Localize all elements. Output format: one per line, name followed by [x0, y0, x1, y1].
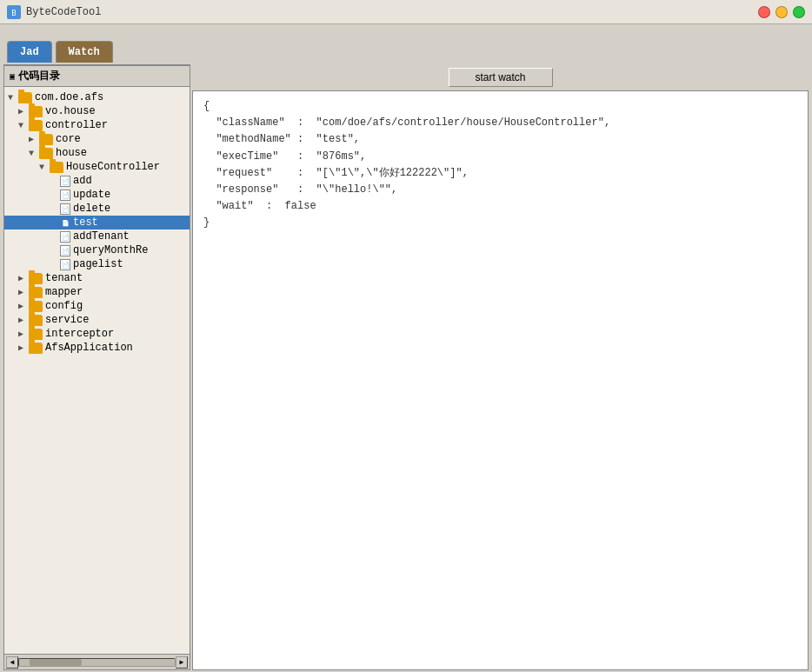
tab-jad[interactable]: Jad — [7, 41, 52, 63]
folder-icon-housecontroller — [50, 162, 63, 173]
panel-header-title: 代码目录 — [18, 69, 60, 83]
label-add: add — [73, 175, 92, 187]
arrow-config: ▶ — [18, 301, 29, 311]
arrow-afsapplication: ▶ — [18, 343, 29, 353]
file-icon-add: 📄 — [60, 176, 70, 187]
tree-node-querymonthre[interactable]: 📄 queryMonthRe — [4, 243, 190, 257]
title-text: ByteCodeTool — [26, 6, 101, 18]
tree-node-vo-house[interactable]: ▶ vo.house — [4, 104, 190, 118]
arrow-vo-house: ▶ — [18, 106, 29, 116]
label-mapper: mapper — [45, 286, 83, 298]
arrow-interceptor: ▶ — [18, 329, 29, 339]
label-controller: controller — [45, 119, 108, 131]
tree-node-com-doe-afs[interactable]: ▼ com.doe.afs — [4, 90, 190, 104]
label-service: service — [45, 314, 89, 326]
file-icon-pagelist: 📄 — [60, 259, 70, 270]
arrow-mapper: ▶ — [18, 287, 29, 297]
folder-icon-mapper — [29, 287, 43, 298]
app-icon: B — [7, 5, 21, 19]
label-tenant: tenant — [45, 272, 83, 284]
right-panel: start watch { "className" : "com/doe/afs… — [192, 64, 809, 670]
label-test: test — [73, 216, 98, 229]
main-content: ▣ 代码目录 ▼ com.doe.afs ▶ vo.house ▼ — [0, 63, 812, 672]
tab-bar: Jad Watch — [0, 24, 812, 63]
label-querymonthre: queryMonthRe — [73, 244, 148, 256]
arrow-service: ▶ — [18, 315, 29, 325]
tree-node-add[interactable]: 📄 add — [4, 174, 190, 188]
start-watch-button[interactable]: start watch — [449, 68, 553, 87]
arrow-com-doe-afs: ▼ — [8, 93, 18, 103]
minimize-button[interactable] — [775, 6, 788, 18]
panel-header-icon: ▣ — [10, 71, 15, 82]
label-com-doe-afs: com.doe.afs — [35, 91, 103, 103]
scrollbar-track[interactable] — [18, 658, 176, 667]
tree-node-afsapplication[interactable]: ▶ AfsApplication — [4, 341, 190, 355]
close-button[interactable] — [758, 6, 770, 18]
folder-icon-service — [29, 315, 43, 326]
tree-node-service[interactable]: ▶ service — [4, 313, 190, 327]
label-config: config — [45, 300, 83, 312]
tree-node-house[interactable]: ▼ house — [4, 146, 190, 160]
folder-icon-controller — [29, 120, 43, 131]
label-update: update — [73, 189, 110, 201]
file-icon-test: 📄 — [60, 217, 70, 229]
tab-watch[interactable]: Watch — [56, 41, 113, 63]
file-icon-addtenant: 📄 — [60, 231, 70, 243]
label-vo-house: vo.house — [45, 105, 96, 117]
tree-node-config[interactable]: ▶ config — [4, 299, 190, 313]
arrow-housecontroller: ▼ — [39, 163, 50, 172]
label-pagelist: pagelist — [73, 258, 123, 270]
tree-node-mapper[interactable]: ▶ mapper — [4, 285, 190, 299]
scrollbar-thumb[interactable] — [30, 659, 82, 666]
code-area: { "className" : "com/doe/afs/controller/… — [192, 90, 809, 670]
folder-icon-tenant — [29, 273, 43, 284]
tree-node-addtenant[interactable]: 📄 addTenant — [4, 230, 190, 243]
tree-node-delete[interactable]: 📄 delete — [4, 202, 190, 216]
maximize-button[interactable] — [793, 6, 805, 18]
file-icon-delete: 📄 — [60, 203, 70, 215]
tree-node-controller[interactable]: ▼ controller — [4, 118, 190, 132]
label-core: core — [56, 133, 81, 145]
left-panel: ▣ 代码目录 ▼ com.doe.afs ▶ vo.house ▼ — [3, 64, 190, 670]
scrollbar-right-arrow[interactable]: ▶ — [176, 656, 188, 669]
tree-node-test[interactable]: 📄 test — [4, 216, 190, 230]
folder-icon-interceptor — [29, 329, 43, 340]
arrow-core: ▶ — [29, 134, 39, 144]
arrow-tenant: ▶ — [18, 273, 29, 283]
window-controls — [758, 6, 805, 18]
file-icon-querymonthre: 📄 — [60, 245, 70, 256]
folder-icon-house — [39, 148, 53, 159]
label-delete: delete — [73, 203, 110, 215]
tree-node-pagelist[interactable]: 📄 pagelist — [4, 257, 190, 271]
folder-icon-com-doe-afs — [18, 92, 32, 103]
tree-container[interactable]: ▼ com.doe.afs ▶ vo.house ▼ controller — [4, 87, 190, 654]
folder-icon-config — [29, 301, 43, 312]
folder-icon-core — [39, 134, 53, 145]
label-interceptor: interceptor — [45, 328, 114, 340]
label-housecontroller: HouseController — [66, 161, 160, 173]
title-bar-left: B ByteCodeTool — [7, 5, 101, 19]
title-bar: B ByteCodeTool — [0, 0, 812, 24]
arrow-house: ▼ — [29, 149, 39, 158]
tree-node-update[interactable]: 📄 update — [4, 188, 190, 202]
folder-icon-vo-house — [29, 106, 43, 117]
scrollbar-left-arrow[interactable]: ◀ — [6, 656, 18, 669]
label-addtenant: addTenant — [73, 230, 130, 243]
label-house: house — [56, 147, 87, 159]
tree-node-housecontroller[interactable]: ▼ HouseController — [4, 160, 190, 174]
tree-node-interceptor[interactable]: ▶ interceptor — [4, 327, 190, 341]
arrow-controller: ▼ — [18, 121, 29, 130]
folder-icon-afsapplication — [29, 343, 43, 354]
panel-header: ▣ 代码目录 — [4, 66, 190, 87]
tree-node-core[interactable]: ▶ core — [4, 132, 190, 146]
tree-scrollbar[interactable]: ◀ ▶ — [4, 654, 190, 669]
label-afsapplication: AfsApplication — [45, 342, 133, 354]
watch-button-bar: start watch — [192, 64, 809, 90]
svg-text:B: B — [11, 9, 16, 17]
file-icon-update: 📄 — [60, 190, 70, 201]
tree-node-tenant[interactable]: ▶ tenant — [4, 271, 190, 285]
